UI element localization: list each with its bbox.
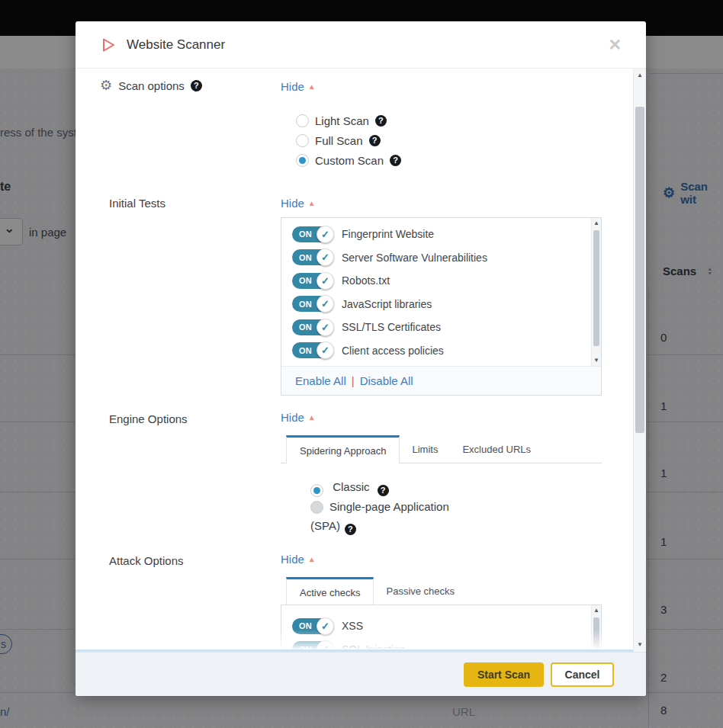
tab-excluded-urls[interactable]: Excluded URLs [450,435,543,463]
radio-classic[interactable]: Classic ? [310,477,478,497]
section-initial-tests: Initial Tests [109,197,165,210]
radio-label: Custom Scan [315,154,384,167]
hide-label: Hide [281,80,304,93]
modal-title: Website Scanner [127,37,225,53]
toggle-robots-txt[interactable]: ON ✓ [292,273,333,289]
hide-attack-options-link[interactable]: Hide ▲ [281,553,316,566]
radio-icon-disabled [310,501,323,514]
tab-spidering-approach[interactable]: Spidering Approach [286,435,400,463]
initial-tests-list: ON ✓ Fingerprint Website ON ✓ Server Sof… [281,218,601,366]
test-row: ON ✓ Fingerprint Website [281,223,601,246]
radio-light-scan[interactable]: Light Scan ? [296,114,401,127]
test-row: ON ✓ JavaScript libraries [281,293,601,316]
toggle-client-access-policies[interactable]: ON ✓ [292,342,333,358]
cancel-button[interactable]: Cancel [551,662,614,687]
radio-icon-selected [296,154,309,167]
radio-icon-selected [310,484,323,497]
bottom-fade [76,630,633,649]
caret-up-icon: ▲ [308,200,316,207]
radio-icon [296,114,309,127]
tab-passive-checks[interactable]: Passive checks [374,577,467,605]
scroll-down-icon[interactable]: ▼ [634,641,646,649]
help-icon[interactable]: ? [390,155,401,166]
engine-options-tabs: Spidering Approach Limits Excluded URLs [281,435,602,463]
test-label: SSL/TLS Certificates [342,321,441,333]
gear-icon: ⚙ [100,79,112,92]
test-row: ON ✓ SSL/TLS Certificates [281,316,601,339]
scrollbar-thumb[interactable] [635,107,644,433]
toggle-fingerprint-website[interactable]: ON ✓ [292,226,333,242]
list-footer: Enable All | Disable All [281,366,601,395]
spidering-radio-group: Classic ? Single-page Application (SPA)? [310,477,478,535]
hide-scan-options-link[interactable]: Hide ▲ [281,80,316,93]
check-icon: ✓ [317,342,334,359]
toggle-state: ON [299,346,312,355]
test-row: ON ✓ Server Software Vulnerabilities [281,246,601,270]
check-icon: ✓ [317,319,334,336]
initial-tests-listbox: ON ✓ Fingerprint Website ON ✓ Server Sof… [281,217,602,396]
toggle-state: ON [299,229,312,239]
caret-up-icon: ▲ [308,83,316,91]
check-icon: ✓ [317,226,334,243]
hide-engine-options-link[interactable]: Hide ▲ [281,411,316,424]
caret-up-icon: ▲ [308,414,316,422]
modal-scrollbar[interactable]: ▲ ▼ [633,69,646,652]
scroll-down-icon[interactable]: ▼ [592,357,601,364]
radio-label: Classic [333,480,369,493]
modal-footer: Start Scan Cancel [76,652,646,696]
test-label: Client access policies [342,345,444,357]
modal-body: ⚙ Scan options ? Hide ▲ Light Scan ? Ful… [76,69,646,652]
tab-limits[interactable]: Limits [400,435,450,463]
hide-initial-tests-link[interactable]: Hide ▲ [281,197,316,210]
radio-label: Light Scan [315,114,369,127]
radio-full-scan[interactable]: Full Scan ? [296,134,401,147]
section-scan-options: ⚙ Scan options ? [100,79,202,92]
close-icon[interactable]: ✕ [608,37,622,53]
help-icon[interactable]: ? [191,80,202,91]
help-icon[interactable]: ? [375,115,387,127]
modal-header: Website Scanner ✕ [76,21,646,69]
start-scan-button[interactable]: Start Scan [464,662,544,687]
help-icon[interactable]: ? [369,135,381,146]
toggle-server-software-vulnerabilities[interactable]: ON ✓ [292,249,333,265]
toggle-javascript-libraries[interactable]: ON ✓ [292,296,333,312]
radio-custom-scan[interactable]: Custom Scan ? [296,154,401,167]
enable-all-link[interactable]: Enable All [295,374,346,387]
disable-all-link[interactable]: Disable All [360,374,413,387]
section-engine-options: Engine Options [109,412,188,425]
toggle-state: ON [299,276,312,285]
scrollbar-thumb[interactable] [593,230,599,346]
list-scrollbar[interactable]: ▲ ▼ [591,218,601,366]
toggle-ssl-tls-certificates[interactable]: ON ✓ [292,319,333,335]
scroll-up-icon[interactable]: ▲ [592,607,601,614]
scan-type-radio-group: Light Scan ? Full Scan ? Custom Scan ? [296,114,401,167]
hide-label: Hide [281,553,304,566]
test-label: Server Software Vulnerabilities [342,252,487,264]
check-icon: ✓ [317,295,334,313]
scroll-up-icon[interactable]: ▲ [592,220,601,227]
test-label: Robots.txt [342,274,390,287]
test-row: ON ✓ Client access policies [281,339,601,363]
toggle-state: ON [299,322,312,332]
hide-label: Hide [281,197,304,210]
radio-label: Single-page Application (SPA) [310,500,449,532]
caret-up-icon: ▲ [308,556,316,563]
attack-options-tabs: Active checks Passive checks [281,577,602,605]
scan-options-label: Scan options [118,79,185,92]
help-icon[interactable]: ? [378,485,389,496]
hide-label: Hide [281,411,304,424]
toggle-state: ON [299,253,312,262]
help-icon[interactable]: ? [345,524,356,535]
check-icon: ✓ [317,249,334,266]
website-scanner-modal: Website Scanner ✕ ⚙ Scan options ? Hide … [76,21,646,696]
test-label: JavaScript libraries [342,298,432,310]
scanner-play-icon [100,37,117,53]
check-icon: ✓ [317,272,334,290]
divider: | [346,374,360,387]
tab-active-checks[interactable]: Active checks [286,577,374,605]
section-attack-options: Attack Options [109,554,184,567]
radio-label: Full Scan [315,134,363,147]
radio-spa[interactable]: Single-page Application (SPA)? [310,497,478,535]
scroll-up-icon[interactable]: ▲ [634,72,646,79]
toggle-state: ON [299,300,312,309]
